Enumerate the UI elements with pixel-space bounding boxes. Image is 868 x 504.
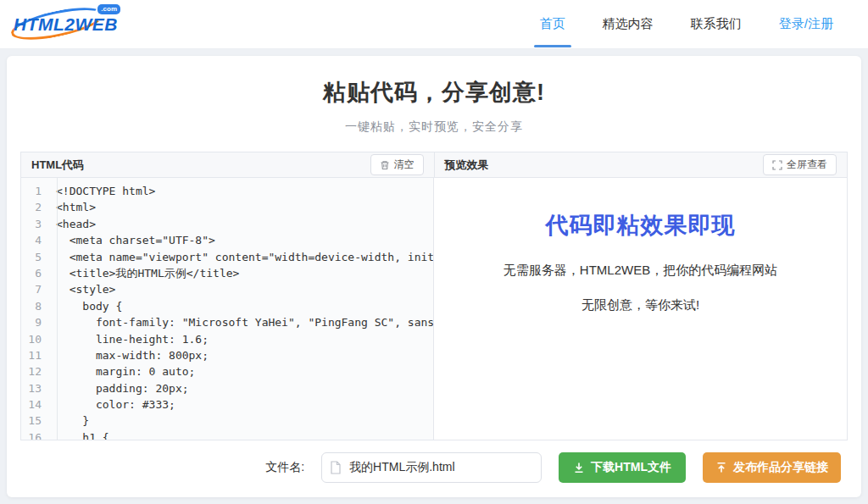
line-number: 14 — [21, 396, 49, 413]
code-line-text: margin: 0 auto; — [49, 363, 195, 379]
fullscreen-button[interactable]: 全屏查看 — [763, 154, 837, 175]
code-line: 14 color: #333; — [21, 396, 433, 413]
action-bar: 文件名: 下载HTML文件 发布作品分享链接 — [7, 440, 861, 494]
upload-icon — [715, 462, 727, 474]
code-line: 7 <style> — [21, 281, 433, 297]
filename-input[interactable] — [321, 452, 542, 483]
line-number: 7 — [21, 281, 49, 297]
line-number: 12 — [21, 363, 49, 379]
preview-paragraph-2: 无限创意，等你来试! — [434, 297, 847, 313]
main-card: 粘贴代码，分享创意! 一键粘贴，实时预览，安全分享 HTML代码 清空 预览效果 — [7, 56, 861, 497]
code-lines: 1<!DOCTYPE html>2<html>3<head>4 <meta ch… — [21, 183, 433, 440]
code-line-text: <meta charset="UTF-8"> — [49, 232, 215, 248]
nav-item-contact[interactable]: 联系我们 — [678, 0, 754, 49]
nav-item-home[interactable]: 首页 — [527, 0, 578, 49]
fullscreen-icon — [772, 160, 782, 170]
clear-code-button[interactable]: 清空 — [370, 154, 424, 175]
code-line: 11 max-width: 800px; — [21, 347, 433, 363]
navbar: HTML2WEB .com 首页 精选内容 联系我们 登录/注册 — [0, 0, 868, 49]
code-line: 6 <title>我的HTML示例</title> — [21, 265, 433, 281]
code-line: 16 h1 { — [21, 429, 433, 440]
line-number: 1 — [21, 183, 49, 199]
download-html-button[interactable]: 下载HTML文件 — [559, 452, 686, 483]
code-line-text: <!DOCTYPE html> — [49, 183, 155, 199]
main-nav: 首页 精选内容 联系我们 登录/注册 — [515, 0, 846, 49]
code-line-text: <meta name="viewport" content="width=dev… — [49, 249, 434, 265]
fullscreen-button-label: 全屏查看 — [787, 158, 827, 172]
filename-label: 文件名: — [265, 460, 304, 475]
preview-paragraph-1: 无需服务器，HTML2WEB，把你的代码编程网站 — [434, 263, 847, 279]
preview-pane: 代码即粘效果即现 无需服务器，HTML2WEB，把你的代码编程网站 无限创意，等… — [434, 178, 847, 440]
preview-heading: 代码即粘效果即现 — [434, 210, 847, 241]
brand-name: HTML2WEB — [14, 14, 118, 35]
filename-input-wrap — [321, 452, 542, 483]
code-line-text: <style> — [49, 281, 115, 297]
panel-headers: HTML代码 清空 预览效果 — [21, 152, 847, 178]
download-icon — [573, 462, 585, 474]
line-number: 4 — [21, 232, 49, 248]
panel-bodies: 1<!DOCTYPE html>2<html>3<head>4 <meta ch… — [21, 178, 847, 440]
brand-tld-badge: .com — [97, 4, 120, 14]
code-line-text: line-height: 1.6; — [49, 331, 209, 347]
code-line: 9 font-family: "Microsoft YaHei", "PingF… — [21, 314, 433, 330]
line-number: 6 — [21, 265, 49, 281]
code-line-text: font-family: "Microsoft YaHei", "PingFan… — [49, 314, 434, 330]
trash-icon — [380, 160, 390, 170]
publish-share-button[interactable]: 发布作品分享链接 — [703, 452, 841, 483]
code-line-text: max-width: 800px; — [49, 347, 209, 363]
code-line: 13 padding: 20px; — [21, 380, 433, 396]
code-line-text: h1 { — [49, 429, 109, 440]
line-number: 3 — [21, 216, 49, 232]
code-line: 15 } — [21, 413, 433, 429]
code-line: 8 body { — [21, 298, 433, 314]
nav-item-login-register[interactable]: 登录/注册 — [766, 0, 846, 49]
code-line-text: body { — [49, 298, 122, 314]
brand-logo[interactable]: HTML2WEB .com — [14, 8, 114, 41]
line-number: 8 — [21, 298, 49, 314]
code-line: 12 margin: 0 auto; — [21, 363, 433, 379]
editor-preview-panels: HTML代码 清空 预览效果 — [20, 152, 848, 440]
code-panel-title: HTML代码 — [31, 158, 84, 173]
nav-item-featured[interactable]: 精选内容 — [590, 0, 666, 49]
code-editor[interactable]: 1<!DOCTYPE html>2<html>3<head>4 <meta ch… — [21, 178, 434, 440]
preview-panel-title: 预览效果 — [445, 158, 489, 173]
clear-button-label: 清空 — [394, 158, 415, 172]
page-title: 粘贴代码，分享创意! — [7, 77, 861, 108]
code-line: 5 <meta name="viewport" content="width=d… — [21, 249, 433, 265]
code-line: 2<html> — [21, 199, 433, 215]
line-number: 5 — [21, 249, 49, 265]
line-number: 11 — [21, 347, 49, 363]
line-number: 13 — [21, 380, 49, 396]
publish-button-label: 发布作品分享链接 — [733, 460, 828, 475]
line-number: 15 — [21, 413, 49, 429]
line-number: 9 — [21, 314, 49, 330]
preview-panel-header: 预览效果 全屏查看 — [435, 152, 848, 177]
code-line: 1<!DOCTYPE html> — [21, 183, 433, 199]
code-line-text: padding: 20px; — [49, 380, 189, 396]
code-line: 3<head> — [21, 216, 433, 232]
line-number: 10 — [21, 331, 49, 347]
line-number: 16 — [21, 429, 49, 440]
code-line: 10 line-height: 1.6; — [21, 331, 433, 347]
download-button-label: 下载HTML文件 — [591, 460, 671, 475]
gutter-divider — [57, 178, 58, 440]
code-line: 4 <meta charset="UTF-8"> — [21, 232, 433, 248]
code-line-text: } — [49, 413, 89, 429]
code-line-text: color: #333; — [49, 396, 175, 413]
line-number: 2 — [21, 199, 49, 215]
code-panel-header: HTML代码 清空 — [21, 152, 435, 177]
code-line-text: <title>我的HTML示例</title> — [49, 265, 239, 281]
hero-section: 粘贴代码，分享创意! 一键粘贴，实时预览，安全分享 — [7, 77, 861, 135]
page-subtitle: 一键粘贴，实时预览，安全分享 — [7, 119, 861, 135]
